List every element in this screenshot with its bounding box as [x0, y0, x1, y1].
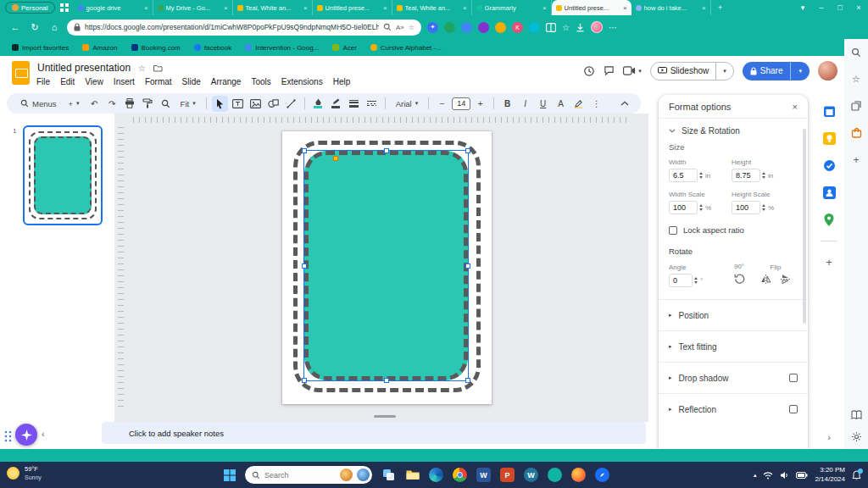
browser-menu-icon[interactable]: ⋯ — [609, 23, 617, 32]
tasks-icon[interactable] — [823, 159, 836, 172]
taskbar-clock[interactable]: 3:20 PM 2/14/2024 — [815, 466, 845, 484]
bookmark-item[interactable]: facebook — [194, 44, 231, 52]
rotate-90-icon[interactable] — [734, 274, 745, 284]
sidebar-shopping-icon[interactable] — [851, 127, 862, 138]
tab-close-icon[interactable]: × — [463, 4, 467, 12]
file-explorer-icon[interactable] — [405, 468, 420, 482]
speaker-notes-input[interactable]: Click to add speaker notes — [102, 422, 646, 444]
lock-aspect-ratio-checkbox[interactable] — [669, 226, 677, 235]
highlight-color-button[interactable] — [570, 96, 587, 112]
window-minimize-button[interactable]: – — [812, 0, 831, 15]
add-addon-icon[interactable]: + — [826, 256, 832, 269]
underline-button[interactable]: U — [535, 96, 551, 112]
text-color-button[interactable]: A — [553, 96, 569, 112]
firefox-icon[interactable] — [571, 468, 586, 482]
menus-search-button[interactable]: Menus — [15, 99, 62, 108]
tab-list-caret-icon[interactable]: ▾ — [793, 0, 812, 15]
bookmark-item[interactable]: Cursive Alphabet -... — [370, 44, 442, 52]
width-scale-stepper[interactable] — [699, 204, 703, 211]
favorites-icon[interactable]: ☆ — [562, 23, 570, 32]
flip-horizontal-icon[interactable] — [760, 274, 771, 284]
menu-help[interactable]: Help — [333, 77, 351, 86]
downloads-icon[interactable] — [576, 23, 585, 32]
sidebar-library-icon[interactable] — [851, 410, 862, 419]
extension-icon-3[interactable] — [478, 22, 489, 33]
menu-arrange[interactable]: Arrange — [211, 77, 242, 86]
taskbar-weather-widget[interactable]: 59°F Sunny — [7, 465, 42, 481]
insert-image-button[interactable] — [248, 96, 264, 112]
drag-handle-icon[interactable] — [3, 430, 12, 442]
meet-present-button[interactable]: ▾ — [623, 66, 642, 75]
browser-profile-button[interactable]: Personal — [5, 2, 55, 14]
menu-insert[interactable]: Insert — [114, 77, 135, 86]
battery-icon[interactable] — [796, 472, 808, 479]
bookmark-item[interactable]: Booking.com — [131, 44, 181, 52]
border-dash-button[interactable] — [364, 96, 380, 112]
powerpoint-icon[interactable]: P — [500, 468, 515, 482]
angle-input[interactable] — [669, 274, 693, 287]
home-icon[interactable]: ⌂ — [47, 22, 61, 32]
insert-shape-button[interactable] — [265, 96, 281, 112]
bookmark-item[interactable]: Intervention - Goog... — [245, 44, 319, 52]
reflection-checkbox[interactable] — [789, 405, 798, 413]
move-folder-icon[interactable] — [153, 64, 163, 72]
read-aloud-icon[interactable]: A» — [396, 24, 404, 31]
corner-radius-handle[interactable] — [333, 156, 338, 161]
collapse-toolbar-icon[interactable] — [616, 96, 632, 112]
sidebar-collections-icon[interactable] — [851, 101, 861, 111]
share-caret-icon[interactable]: ▾ — [791, 68, 810, 75]
hide-side-panel-icon[interactable]: › — [827, 432, 831, 442]
border-color-button[interactable] — [328, 96, 344, 112]
keep-icon[interactable] — [823, 132, 836, 145]
menu-view[interactable]: View — [85, 77, 103, 86]
bookmark-item[interactable]: Acer — [332, 44, 356, 52]
sidebar-search-icon[interactable] — [851, 47, 861, 58]
section-text-fitting[interactable]: ▸ Text fitting — [659, 330, 808, 362]
browser-tab[interactable]: how do i take... × — [632, 0, 711, 15]
new-slide-button[interactable]: + ▾ — [64, 99, 85, 108]
tab-close-icon[interactable]: × — [542, 4, 547, 12]
redo-button[interactable]: ↷ — [104, 96, 120, 112]
account-avatar[interactable] — [818, 61, 837, 80]
width-input[interactable] — [669, 169, 698, 182]
close-panel-icon[interactable]: × — [793, 102, 798, 112]
browser-tab[interactable]: Teal, White an... × — [233, 0, 313, 15]
print-button[interactable] — [122, 96, 138, 112]
new-tab-button[interactable]: + — [711, 0, 730, 15]
zoom-select[interactable]: Fit ▾ — [175, 99, 201, 108]
edge-browser-icon[interactable] — [429, 468, 443, 482]
resize-handle-se[interactable] — [465, 378, 470, 383]
window-maximize-button[interactable]: □ — [831, 0, 849, 15]
split-screen-icon[interactable] — [546, 23, 556, 32]
menu-tools[interactable]: Tools — [251, 77, 270, 86]
toolbar-more-icon[interactable]: ⋮ — [588, 96, 604, 112]
workspaces-icon[interactable] — [60, 0, 69, 15]
share-button[interactable]: Share ▾ — [743, 62, 810, 80]
height-input[interactable] — [732, 169, 760, 182]
tab-close-icon[interactable]: × — [224, 4, 228, 12]
angle-stepper[interactable] — [694, 277, 698, 284]
extension-icon-4[interactable] — [495, 22, 506, 33]
browser-tab[interactable]: Teal, White an... × — [392, 0, 472, 15]
bold-button[interactable]: B — [499, 96, 515, 112]
width-scale-input[interactable] — [669, 201, 698, 214]
menu-extensions[interactable]: Extensions — [281, 77, 323, 86]
resize-handle-w[interactable] — [302, 263, 307, 269]
search-in-page-icon[interactable] — [383, 23, 392, 31]
task-view-icon[interactable] — [381, 468, 396, 482]
resize-handle-ne[interactable] — [465, 148, 470, 153]
extension-icon-5[interactable]: K — [512, 22, 523, 33]
sidebar-favorites-icon[interactable]: ☆ — [852, 74, 860, 85]
contacts-icon[interactable] — [823, 186, 836, 199]
select-tool-button[interactable] — [212, 96, 228, 112]
volume-icon[interactable] — [780, 471, 789, 480]
favorite-star-icon[interactable]: ☆ — [409, 24, 415, 31]
font-size-input[interactable] — [452, 97, 470, 110]
calendar-icon[interactable] — [823, 105, 836, 118]
extension-icon-1[interactable] — [444, 22, 455, 33]
section-drop-shadow[interactable]: ▸ Drop shadow — [659, 362, 808, 393]
fill-color-button[interactable] — [310, 96, 326, 112]
address-input[interactable]: https://docs.google.com/presentation/d/1… — [67, 19, 421, 36]
menu-format[interactable]: Format — [145, 77, 172, 86]
border-weight-button[interactable] — [346, 96, 362, 112]
